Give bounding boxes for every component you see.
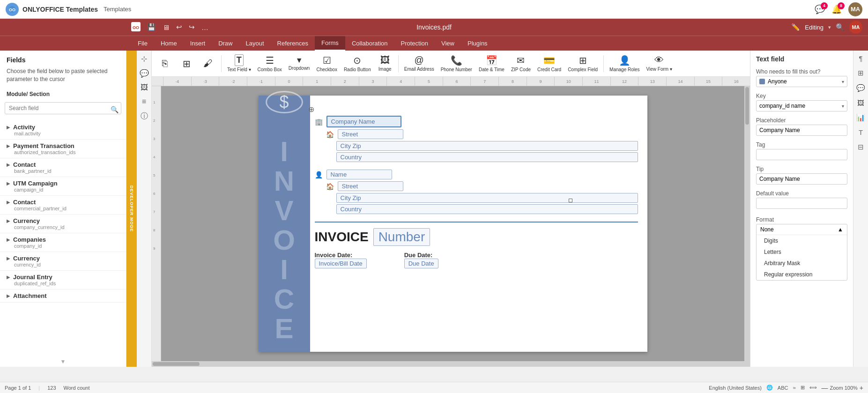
module-item-currency1[interactable]: ▶ Currency company_currency_id — [0, 215, 126, 233]
module-item-currency2[interactable]: ▶ Currency currency_id — [0, 252, 126, 271]
dropdown-arrow-editing[interactable]: ▾ — [828, 24, 831, 30]
tag-input[interactable] — [756, 149, 847, 160]
chart-icon[interactable]: 📊 — [856, 113, 865, 122]
format-option-regex[interactable]: Regular expression — [757, 269, 847, 280]
zip-btn[interactable]: ✉ ZIP Code — [508, 53, 534, 74]
notification-btn-1[interactable]: 💬4 — [815, 4, 825, 15]
format-option-arbitrary[interactable]: Arbitrary Mask — [757, 258, 847, 269]
view-form-btn[interactable]: 👁 View Form ▾ — [644, 53, 675, 74]
tip-input[interactable] — [756, 173, 847, 185]
language-label[interactable]: English (United States) — [709, 385, 762, 391]
company-name-field[interactable]: Company Name — [326, 116, 401, 127]
text-right-icon[interactable]: T — [859, 128, 863, 136]
image-icon[interactable]: 🖼 — [141, 83, 148, 92]
layout-icon-1[interactable]: ⟺ — [809, 385, 817, 391]
spell-check-icon[interactable]: ABC — [778, 385, 788, 391]
more-icon[interactable]: … — [201, 23, 208, 31]
h-scrollbar-thumb[interactable] — [153, 362, 200, 366]
menu-insert[interactable]: Insert — [184, 36, 212, 51]
invoice-date-field[interactable]: Invoice/Bill Date — [315, 259, 367, 268]
menu-draw[interactable]: Draw — [212, 36, 239, 51]
undo-icon[interactable]: ↩ — [176, 23, 182, 31]
email-btn[interactable]: @ Email Address — [401, 53, 437, 74]
menu-home[interactable]: Home — [154, 36, 184, 51]
horizontal-scrollbar[interactable] — [152, 361, 750, 367]
manage-roles-btn[interactable]: 👤 Manage Roles — [607, 53, 642, 74]
format-dropdown[interactable]: None ▲ Digits Letters Arbitrary Mask Reg… — [756, 224, 847, 281]
notification-btn-2[interactable]: 🔔8 — [831, 4, 842, 15]
plus-add-btn[interactable]: ⊕ — [308, 105, 314, 113]
search-title-icon[interactable]: 🔍 — [836, 23, 845, 31]
dropdown-btn[interactable]: ▼ Dropdown — [286, 54, 313, 73]
vertical-scrollbar[interactable] — [744, 86, 750, 361]
menu-references[interactable]: References — [271, 36, 315, 51]
comment-icon[interactable]: 💬 — [140, 69, 149, 78]
zoom-out-btn[interactable]: — — [822, 384, 828, 392]
country2-field[interactable]: Country — [336, 204, 638, 214]
module-item-attachment[interactable]: ▶ Attachment — [0, 289, 126, 303]
default-input[interactable] — [756, 198, 847, 209]
redo-icon[interactable]: ↪ — [189, 23, 195, 31]
due-date-field[interactable]: Due Date — [404, 259, 438, 268]
lines-icon[interactable]: ≡ — [142, 97, 146, 106]
key-select-wrapper[interactable]: company_id name ▾ — [756, 100, 847, 111]
ma-avatar[interactable]: MA — [849, 21, 862, 34]
menu-forms[interactable]: Forms — [315, 36, 345, 51]
word-count-label[interactable]: Word count — [64, 385, 90, 391]
copy-btn-2[interactable]: ⊞ — [176, 56, 197, 71]
paste-format-btn[interactable]: 🖌 — [198, 56, 218, 71]
datetime-btn[interactable]: 📅 Date & Time — [476, 53, 507, 74]
menu-protection[interactable]: Protection — [394, 36, 435, 51]
menu-collaboration[interactable]: Collaboration — [345, 36, 394, 51]
cursor-icon[interactable]: ⊹ — [141, 54, 147, 63]
module-item-contact1[interactable]: ▶ Contact bank_partner_id — [0, 158, 126, 177]
search-input[interactable] — [5, 102, 121, 114]
save-icon[interactable]: 💾 — [147, 23, 156, 31]
checkbox-btn[interactable]: ☑ Checkbox — [313, 53, 340, 74]
number-field[interactable]: Number — [373, 228, 430, 246]
search-icon[interactable]: 🔍 — [111, 106, 119, 113]
menu-plugins[interactable]: Plugins — [461, 36, 494, 51]
module-item-payment[interactable]: ▶ Payment Transaction authorized_transac… — [0, 140, 126, 158]
copy-btn-1[interactable]: ⎘ — [155, 56, 175, 71]
monitor-icon[interactable]: 🖥 — [163, 23, 170, 31]
templates-link[interactable]: Templates — [104, 6, 131, 13]
comment-right-icon[interactable]: 💬 — [856, 84, 865, 92]
text-field-btn[interactable]: T Text Field ▾ — [224, 52, 254, 74]
city-zip-field[interactable]: City Zip — [336, 141, 638, 151]
scrollbar-thumb[interactable] — [745, 87, 749, 125]
country-field[interactable]: Country — [336, 152, 638, 162]
credit-card-btn[interactable]: 💳 Credit Card — [534, 53, 564, 74]
format-option-digits[interactable]: Digits — [757, 235, 847, 246]
info-icon[interactable]: ⓘ — [141, 111, 148, 121]
format-option-letters[interactable]: Letters — [757, 246, 847, 258]
street2-field[interactable]: Street — [338, 181, 403, 191]
resize-handle[interactable] — [569, 199, 572, 202]
canvas-scroll[interactable]: $ INVOICE ⊕ — [161, 86, 744, 361]
paragraph-icon[interactable]: ¶ — [859, 54, 862, 62]
who-select-wrapper[interactable]: Anyone ▾ — [756, 76, 847, 87]
name-field[interactable]: Name — [326, 170, 392, 179]
street-field[interactable]: Street — [338, 129, 403, 139]
module-item-contact2[interactable]: ▶ Contact commercial_partner_id — [0, 196, 126, 215]
view-toggle-icon[interactable]: ⊞ — [801, 385, 805, 391]
complex-field-btn[interactable]: ⊞ Complex Field — [565, 53, 601, 74]
city-zip2-field[interactable]: City Zip — [336, 193, 638, 203]
combo-box-btn[interactable]: ☰ Combo Box — [255, 53, 285, 74]
phone-btn[interactable]: 📞 Phone Number — [438, 53, 475, 74]
menu-view[interactable]: View — [435, 36, 461, 51]
table-right-icon[interactable]: ⊟ — [858, 143, 864, 151]
menu-file[interactable]: File — [131, 36, 154, 51]
module-item-activity[interactable]: ▶ Activity mail.activity — [0, 121, 126, 140]
image-right-icon[interactable]: 🖼 — [857, 99, 864, 107]
zoom-in-btn[interactable]: + — [860, 384, 863, 392]
format-dropdown-header[interactable]: None ▲ — [757, 224, 847, 235]
placeholder-input[interactable] — [756, 125, 847, 136]
user-avatar[interactable]: MA — [848, 2, 862, 16]
module-item-journal[interactable]: ▶ Journal Entry duplicated_ref_ids — [0, 271, 126, 289]
radio-btn[interactable]: ⊙ Radio Button — [341, 53, 374, 74]
menu-layout[interactable]: Layout — [239, 36, 271, 51]
image-btn[interactable]: 🖼 Image — [375, 53, 395, 74]
table-icon[interactable]: ⊞ — [858, 69, 864, 77]
module-item-companies[interactable]: ▶ Companies company_id — [0, 233, 126, 252]
